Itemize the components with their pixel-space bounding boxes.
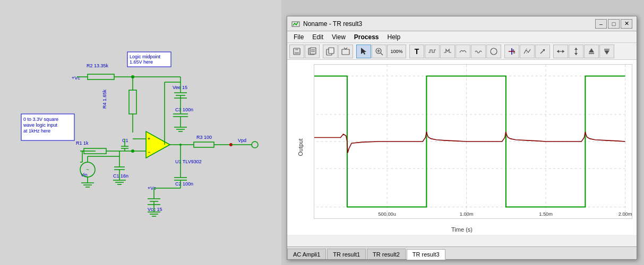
- svg-text:wave logic input: wave logic input: [23, 122, 58, 128]
- svg-line-119: [381, 53, 383, 55]
- tr-result-window: Noname - TR result3 – □ ✕ File Edit View…: [287, 16, 637, 260]
- svg-rect-111: [310, 48, 316, 54]
- svg-marker-117: [361, 48, 366, 55]
- text-button[interactable]: T: [409, 45, 424, 58]
- wave-tool3[interactable]: [456, 45, 470, 58]
- menu-bar: File Edit View Process Help: [287, 31, 637, 43]
- copy-button[interactable]: [323, 45, 338, 58]
- svg-text:at 1kHz here: at 1kHz here: [23, 128, 50, 134]
- svg-marker-138: [604, 50, 609, 55]
- menu-help[interactable]: Help: [383, 31, 405, 43]
- svg-rect-115: [329, 48, 334, 54]
- svg-text:500.00u: 500.00u: [378, 210, 396, 216]
- circuit-diagram: Logic midpoint 1.65V here 0 to 3.3V squa…: [0, 0, 281, 265]
- svg-marker-135: [574, 53, 578, 55]
- cursor-button[interactable]: [356, 45, 371, 58]
- svg-text:R2 13.35k: R2 13.35k: [87, 63, 109, 68]
- svg-marker-134: [574, 48, 578, 50]
- svg-point-105: [179, 144, 182, 146]
- arrow-tool[interactable]: [535, 45, 550, 58]
- maximize-button[interactable]: □: [608, 19, 620, 29]
- svg-text:−: −: [148, 149, 150, 155]
- svg-text:2.00m: 2.00m: [619, 210, 632, 216]
- svg-text:b: b: [513, 51, 516, 54]
- x-axis-label: Time (s): [451, 226, 473, 233]
- menu-process[interactable]: Process: [350, 31, 383, 43]
- pan-x-button[interactable]: [553, 45, 568, 58]
- plot-canvas: 20.00 10.00 0.00 -10.00 -20.00 0.00 500.…: [314, 64, 632, 219]
- svg-point-122: [491, 48, 497, 55]
- plot-area: Output 20.00 10.00 0.00 -10: [287, 60, 637, 235]
- svg-text:C3 100n: C3 100n: [175, 107, 193, 112]
- menu-view[interactable]: View: [328, 31, 350, 43]
- svg-marker-132: [562, 50, 564, 53]
- svg-rect-109: [295, 52, 299, 55]
- y-axis-label: Output: [297, 138, 304, 156]
- svg-text:U1 TLV9302: U1 TLV9302: [175, 159, 202, 164]
- tab-ac-ampli1[interactable]: AC Ampli1: [287, 249, 326, 259]
- window-title: Noname - TR result3: [303, 20, 594, 28]
- zoom-in-button[interactable]: [372, 45, 387, 58]
- svg-point-53: [131, 149, 134, 153]
- svg-marker-136: [589, 48, 594, 52]
- scroll-up-button[interactable]: [584, 45, 599, 58]
- zoom-100-button[interactable]: 100%: [387, 45, 406, 58]
- svg-text:+Vc: +Vc: [72, 75, 80, 81]
- svg-text:R4 1.65k: R4 1.65k: [102, 89, 107, 109]
- svg-text:+: +: [148, 136, 150, 142]
- svg-text:1.50m: 1.50m: [539, 210, 553, 216]
- svg-text:C1: C1: [122, 138, 128, 143]
- svg-text:C1 16n: C1 16n: [113, 173, 128, 179]
- schematic-area: Logic midpoint 1.65V here 0 to 3.3V squa…: [0, 0, 281, 265]
- menu-edit[interactable]: Edit: [308, 31, 328, 43]
- app-icon: [291, 20, 300, 28]
- svg-text:C2 100n: C2 100n: [175, 181, 193, 187]
- svg-text:Vee 15: Vee 15: [173, 85, 187, 90]
- waveform-plot: 20.00 10.00 0.00 -10.00 -20.00 0.00 500.…: [314, 65, 632, 218]
- tab-bar: AC Ampli1 TR result1 TR result2 TR resul…: [287, 246, 637, 259]
- svg-text:1.00m: 1.00m: [460, 210, 474, 216]
- svg-text:Logic midpoint: Logic midpoint: [130, 54, 161, 59]
- svg-text:Vpd: Vpd: [238, 138, 246, 143]
- svg-text:R1 1k: R1 1k: [76, 140, 89, 146]
- save2-button[interactable]: [305, 45, 320, 58]
- scroll-down-button[interactable]: [599, 45, 614, 58]
- close-button[interactable]: ✕: [621, 19, 632, 29]
- measure-tool1[interactable]: ab: [504, 45, 519, 58]
- svg-text:1.65V here: 1.65V here: [130, 59, 153, 65]
- tab-tr-result1[interactable]: TR result1: [327, 249, 366, 259]
- menu-file[interactable]: File: [289, 31, 308, 43]
- tab-tr-result2[interactable]: TR result2: [367, 249, 406, 259]
- svg-text:Vcc 15: Vcc 15: [148, 207, 162, 212]
- title-bar: Noname - TR result3 – □ ✕: [287, 16, 637, 31]
- minimize-button[interactable]: –: [595, 19, 607, 29]
- export-button[interactable]: [338, 45, 353, 58]
- svg-rect-116: [342, 49, 349, 55]
- tab-tr-result3[interactable]: TR result3: [407, 249, 445, 260]
- circle-tool[interactable]: [486, 45, 501, 58]
- toolbar: 100% T ab: [287, 43, 637, 60]
- wave-tool2[interactable]: [440, 45, 455, 58]
- svg-rect-108: [295, 48, 298, 50]
- svg-text:~: ~: [86, 167, 89, 173]
- approx-tool[interactable]: [471, 45, 486, 58]
- svg-marker-131: [557, 50, 559, 53]
- svg-text:0 to 3.3V square: 0 to 3.3V square: [23, 117, 58, 122]
- pan-y-button[interactable]: [569, 45, 583, 58]
- measure-tool2[interactable]: [520, 45, 535, 58]
- wave-tool1[interactable]: [425, 45, 440, 58]
- svg-text:R3 100: R3 100: [196, 135, 212, 140]
- save-button[interactable]: [289, 45, 304, 58]
